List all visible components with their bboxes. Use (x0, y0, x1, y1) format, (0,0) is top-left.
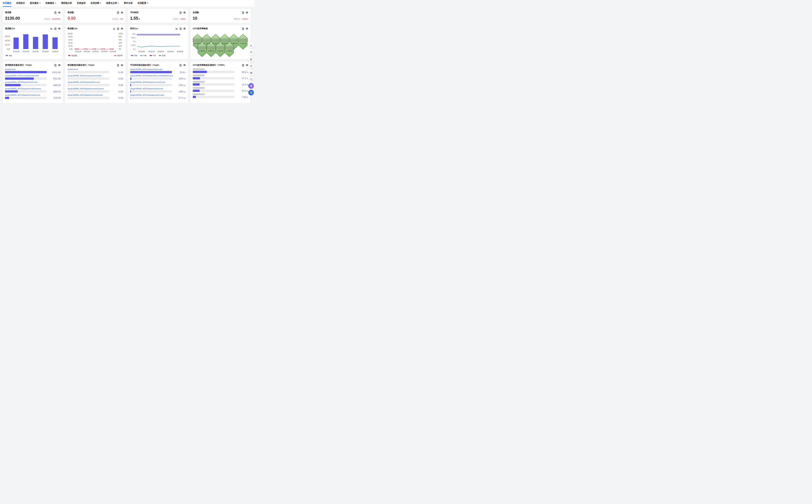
rank-bar-row: 231ms (130, 84, 186, 86)
stat-card-4-actions (242, 11, 248, 14)
fab-mini-apps-button[interactable] (248, 90, 254, 95)
eye-icon[interactable] (121, 11, 123, 14)
eye-icon[interactable] (58, 11, 61, 14)
rank-value: 17.2ms (174, 97, 186, 99)
rank-value: 0.00 (111, 71, 123, 73)
nav-tab-10[interactable]: 应用配置 (138, 0, 148, 7)
rank-bar-fill (5, 77, 34, 80)
legend-item[interactable]: 耗时 (159, 54, 166, 57)
rank-value: 16.3% (236, 89, 248, 92)
nav-tab-3[interactable]: 提供服务 (30, 0, 41, 7)
rank-item-2: /plugin/{ARMS_ANY}/dispatch/text_embeddi… (130, 75, 186, 80)
eye-icon[interactable] (183, 64, 186, 66)
fab-cart-button[interactable] (248, 50, 254, 55)
nav-tab-5[interactable]: 调用链分析 (61, 0, 72, 7)
trend-icon[interactable] (176, 27, 178, 30)
rank-card-1-actions (54, 64, 61, 66)
doc-icon[interactable] (242, 64, 244, 66)
service-link[interactable]: /plugin/{ARMS_ANY}/dispatch/tool/invoke (130, 88, 186, 90)
doc-icon[interactable] (54, 64, 57, 66)
service-link[interactable]: /health/check (5, 68, 61, 70)
doc-icon[interactable] (242, 27, 244, 30)
rank-value: 180ms (174, 90, 186, 93)
service-link[interactable]: /plugin/{ARMS_ANY}/dispatch/model/schema (5, 88, 61, 90)
rank-value: 0.00 (111, 77, 123, 80)
nav-tab-8[interactable]: 场景化分析 (106, 0, 119, 7)
axis-label: 10:01:00 (13, 51, 19, 52)
rank-bar-fill (193, 90, 200, 92)
service-link[interactable]: /plugin/{ARMS_ANY}/dispatch/llm/invoke (5, 81, 61, 83)
doc-icon[interactable] (117, 27, 119, 30)
nav-tab-7[interactable]: 应用诊断 (91, 0, 101, 7)
legend-item[interactable]: 错误率 (114, 54, 123, 57)
fab-edit-button[interactable] (248, 42, 254, 48)
legend-item[interactable]: P75 (150, 55, 156, 57)
stat-card-1-title: 请求数 (5, 11, 11, 14)
axis-label: 10 s (132, 33, 135, 35)
doc-icon[interactable] (117, 11, 119, 14)
fab-support-button[interactable] (248, 77, 254, 82)
eye-icon[interactable] (246, 11, 248, 14)
service-link[interactable]: /plugin/{ARMS_ANY}/dispatch/llm/invoke (68, 81, 123, 83)
eye-icon[interactable] (246, 64, 248, 66)
service-link[interactable]: /plugin/{ARMS_ANY}/dispatch/model/schema (68, 88, 123, 90)
legend-label: 错误率 (117, 54, 123, 57)
stat-unit: s (139, 18, 140, 20)
trend-icon[interactable] (113, 27, 115, 30)
legend-item[interactable]: P90 (140, 55, 147, 57)
eye-icon[interactable] (121, 27, 123, 30)
fab-settings-button[interactable] (248, 70, 254, 76)
doc-icon[interactable] (179, 64, 182, 66)
service-link[interactable]: /plugin/{ARMS_ANY}/dispatch/rerank/invok… (130, 81, 186, 83)
fab-share-button[interactable] (248, 63, 254, 69)
nav-tab-9[interactable]: 事件分析 (124, 0, 133, 7)
eye-icon[interactable] (183, 27, 186, 30)
eye-icon[interactable] (183, 11, 186, 14)
chart-card-req-header: 请求数/1m (5, 27, 61, 30)
eye-icon[interactable] (121, 64, 123, 66)
stat-card-2: 错误数0.00日同比：0% (65, 9, 126, 23)
rank-value: 17.1% (236, 77, 248, 79)
stat-card-body: 10周同比：1000% (193, 16, 248, 20)
chart-card-rt-actions (176, 27, 186, 30)
rank-value: 0.00 (111, 97, 123, 99)
doc-icon[interactable] (117, 64, 119, 66)
eye-icon[interactable] (246, 27, 248, 30)
service-link[interactable]: /plugin/{ARMS_ANY}/dispatch/rerank/invok… (5, 94, 61, 96)
nav-tab-2[interactable]: 应用拓扑 (16, 0, 25, 7)
service-link[interactable]: /plugin/{ARMS_ANY}/management/models (130, 94, 186, 96)
legend-item[interactable]: P99 (131, 55, 137, 57)
doc-icon[interactable] (54, 27, 57, 30)
doc-icon[interactable] (242, 11, 244, 14)
doc-icon[interactable] (54, 11, 57, 14)
doc-icon[interactable] (179, 27, 182, 30)
nav-tab-6[interactable]: 实例监控 (77, 0, 86, 7)
doc-icon[interactable] (179, 11, 182, 14)
stat-card-3: 平均耗时1.55s日同比：155% (128, 9, 188, 23)
rank-value: 115.00 (49, 97, 61, 99)
service-link[interactable]: /plugin/{ARMS_ANY}/dispatch/rerank/invok… (68, 94, 123, 96)
service-link[interactable]: /health/check (68, 68, 123, 70)
service-link[interactable]: /plugin/{ARMS_ANY}/management/models (68, 75, 123, 77)
stat-value: 1.55s (130, 16, 140, 20)
chevron-down-icon (118, 3, 119, 4)
legend-item[interactable]: 错误数 (68, 54, 77, 57)
legend-label: P90 (143, 55, 147, 57)
gear-icon (250, 71, 253, 74)
service-link[interactable]: /plugin/{ARMS_ANY}/dispatch/text_embeddi… (130, 75, 186, 77)
eye-icon[interactable] (58, 64, 61, 66)
chevron-down-icon (39, 3, 41, 4)
axis-label: 10:02:00 (23, 51, 29, 52)
rank-bar-fill (5, 97, 9, 99)
nav-tab-1[interactable]: 应用概览 (3, 0, 11, 7)
nav-tab-4[interactable]: 依赖服务 (45, 0, 56, 7)
legend-item[interactable]: http (6, 55, 12, 57)
fab-app-button[interactable]: APP (248, 57, 254, 62)
eye-icon[interactable] (58, 27, 61, 30)
rank-bar-track (130, 97, 172, 99)
fab-ai-assistant-button[interactable] (248, 83, 254, 89)
top-nav-tabs: 应用概览应用拓扑提供服务依赖服务调用链分析实例监控应用诊断场景化分析事件分析应用… (0, 0, 255, 7)
trend-icon[interactable] (50, 27, 53, 30)
service-link[interactable]: /plugin/{ARMS_ANY}/dispatch/llm/invoke (130, 68, 186, 70)
service-link[interactable]: /plugin/{ARMS_ANY}/management/models (5, 75, 61, 77)
